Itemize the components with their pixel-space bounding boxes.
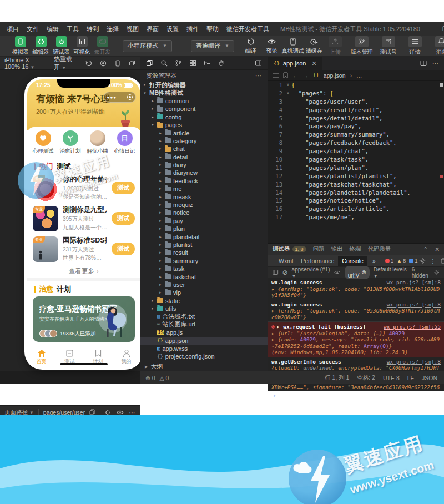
tree-item-project.config.json[interactable]: {}project.config.json	[140, 352, 268, 360]
compile-select[interactable]: 普通编译▼	[191, 40, 234, 52]
more-actions-icon[interactable]: ⋯	[432, 60, 438, 67]
record-icon[interactable]	[100, 60, 107, 67]
tree-item-planlist[interactable]: ▸planlist	[140, 241, 268, 249]
menu-item-微信开发者工具[interactable]: 微信开发者工具	[223, 24, 273, 34]
console-log-entry[interactable]: wx.login successwx-pro.js? [sm]:8▸ {errM…	[268, 300, 444, 322]
toolbar-button-消息[interactable]: 消息	[431, 36, 444, 56]
split-editor-icon[interactable]	[255, 59, 262, 67]
eye-icon[interactable]	[117, 409, 124, 416]
menu-icon[interactable]	[273, 73, 279, 78]
tree-item-plandetail[interactable]: ▸plandetail	[140, 233, 268, 240]
toolbar-button-云开发[interactable]: 云开发	[92, 36, 113, 56]
remove-filter-icon[interactable]: ⊗	[361, 269, 366, 275]
devtools-tab-Performance[interactable]: Performance	[297, 256, 338, 266]
debugger-tab-调试器[interactable]: 调试器1, 8	[273, 245, 306, 253]
compile-condition-icon[interactable]	[104, 409, 111, 416]
tree-item-diarynew[interactable]: ▸diarynew	[140, 169, 268, 177]
mode-select[interactable]: 小程序模式▼	[123, 40, 172, 52]
tree-item-pay[interactable]: ▸pay	[140, 217, 268, 225]
tree-item-summary[interactable]: ▸summary	[140, 257, 268, 265]
tree-item-meask[interactable]: ▸meask	[140, 193, 268, 200]
close-tab-icon[interactable]: ✕	[311, 60, 316, 67]
tree-item-app.json[interactable]: {}app.json	[140, 337, 268, 345]
hot-reload-toggle[interactable]: 热重载 开 ▼	[54, 55, 78, 72]
devtools-tab-Wxml[interactable]: Wxml	[275, 256, 297, 266]
collapse-panel-icon[interactable]: ⌃	[423, 246, 428, 253]
gear-icon[interactable]	[419, 258, 426, 264]
bookmark-icon[interactable]	[283, 72, 288, 78]
tree-item-notice[interactable]: ▸notice	[140, 209, 268, 216]
tree-item-app.js[interactable]: JSapp.js	[140, 329, 268, 336]
quick-entry-解忧小铺[interactable]: 解忧小铺	[87, 130, 108, 155]
rotate-icon[interactable]	[85, 60, 92, 67]
filter-chip[interactable]: -url:V⊗	[345, 266, 370, 279]
menu-item-帮助[interactable]: 帮助	[203, 24, 222, 34]
devtools-tab-Console[interactable]: Console	[338, 256, 367, 266]
cursor-position[interactable]: 行 1, 列 1	[325, 374, 349, 382]
tree-section-MB性格测试[interactable]: ▾MB性格测试	[140, 89, 268, 97]
problems-warnings[interactable]: △ 0	[160, 375, 169, 381]
tabs-overflow-icon[interactable]: »	[369, 256, 380, 266]
tree-item-app.wxss[interactable]: ◧app.wxss	[140, 345, 268, 352]
console-error-entry[interactable]: ⊗▸ wx.request fail [business]wx-pro.js? …	[268, 322, 444, 357]
quick-entry-治愈计划[interactable]: 治愈计划	[60, 130, 81, 155]
menu-item-编辑[interactable]: 编辑	[43, 24, 62, 34]
maximize-button[interactable]: ❐	[437, 22, 444, 36]
tree-item-user[interactable]: ▸user	[140, 281, 268, 289]
console-prompt[interactable]: ›	[268, 391, 444, 399]
tab-app-json[interactable]: {} app.json ✕	[268, 57, 322, 70]
toolbar-button-可视化[interactable]: 可视化	[72, 36, 92, 56]
tree-item-mequiz[interactable]: ▸mequiz	[140, 201, 268, 209]
tree-item-taskchat[interactable]: ▸taskchat	[140, 273, 268, 280]
miniprogram-capsule[interactable]: ●●●	[104, 92, 136, 103]
code-area[interactable]: 1∨{2∨ "pages": [3 "pages/user/user",4 "p…	[268, 81, 444, 243]
action-编译[interactable]: 编译	[241, 37, 261, 55]
tree-item-config[interactable]: ▸config	[140, 113, 268, 121]
undock-icon[interactable]	[441, 258, 444, 264]
error-badge[interactable]: 1	[385, 258, 393, 264]
test-button[interactable]: 测试	[112, 182, 135, 194]
tree-section-打开的编辑器[interactable]: ▸打开的编辑器	[140, 81, 268, 89]
tree-item-diary[interactable]: ▸diary	[140, 161, 268, 169]
context-select[interactable]: appservice (#1) ▼	[292, 266, 331, 279]
more-options-icon[interactable]: ⋯	[129, 409, 136, 416]
debugger-tab-问题[interactable]: 问题	[313, 245, 325, 253]
tree-item-feedback[interactable]: ▸feedback	[140, 177, 268, 185]
minimize-button[interactable]: ─	[420, 22, 437, 36]
toolbar-button-详情[interactable]: 详情	[404, 36, 426, 56]
info-badge[interactable]: 1	[409, 258, 417, 264]
git-branch-icon[interactable]	[175, 59, 182, 67]
tree-item-plan[interactable]: ▸plan	[140, 225, 268, 233]
test-button[interactable]: 测试	[112, 212, 135, 225]
debugger-tab-代码质量[interactable]: 代码质量	[368, 245, 391, 253]
tree-item-category[interactable]: ▸category	[140, 137, 268, 145]
files-icon[interactable]	[146, 59, 153, 67]
device-frame-icon[interactable]	[114, 60, 121, 67]
menu-item-选择[interactable]: 选择	[103, 24, 122, 34]
quick-entry-心情日记[interactable]: 日心情日记	[114, 130, 135, 155]
tree-item-detail[interactable]: ▸detail	[140, 153, 268, 161]
action-清缓存[interactable]: 清缓存	[304, 37, 324, 55]
test-list-item[interactable]: 专业国际标准SDS抑郁症测试题231万人测过世界上有78%的人有不同程度的抑…测…	[27, 234, 140, 264]
editor-scrollbar[interactable]	[440, 81, 444, 243]
eye-icon[interactable]	[334, 269, 340, 275]
view-more-link[interactable]: 查看更多›	[27, 264, 140, 278]
device-select[interactable]: iPhone X 100% 16 ▼	[4, 57, 46, 70]
search-icon[interactable]	[160, 59, 168, 67]
test-list-item[interactable]: 专业测测你是九型人格的哪一种?395万人测过九型人格是一个近年来倍受美国斯…测试	[27, 203, 140, 234]
toolbar-button-版本管理[interactable]: 版本管理	[351, 36, 373, 56]
gear-icon[interactable]	[434, 269, 440, 275]
tab-我的[interactable]: 我的	[112, 347, 140, 367]
test-list-item[interactable]: 专业你的心理年龄有多大?1,003万人测过你是否知道你的心理年龄？有的人…测试	[27, 173, 140, 203]
copy-icon[interactable]	[89, 409, 95, 415]
eol-setting[interactable]: LF	[407, 375, 414, 381]
source-link[interactable]: wx-pro.js? [sm]:8	[387, 301, 441, 308]
action-预览[interactable]: 预览	[262, 37, 282, 55]
toolbar-button-测试号[interactable]: 测试号	[377, 36, 400, 56]
menu-item-设置[interactable]: 设置	[163, 24, 182, 34]
source-link[interactable]: wx-pro.js? [sm]:8	[387, 279, 441, 286]
action-真机调试[interactable]: 真机调试	[283, 37, 303, 55]
encoding[interactable]: UTF-8	[383, 375, 400, 381]
toolbar-button-上传[interactable]: 上传	[324, 36, 346, 56]
close-panel-icon[interactable]: ✕	[435, 246, 440, 253]
